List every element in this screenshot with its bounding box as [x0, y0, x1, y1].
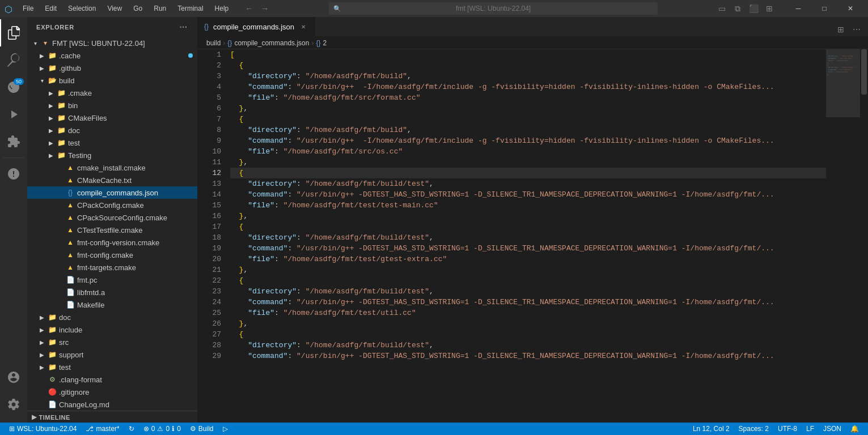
- status-encoding[interactable]: UTF-8: [773, 423, 802, 435]
- breadcrumb-build[interactable]: build: [206, 39, 221, 47]
- activity-settings[interactable]: [0, 391, 27, 418]
- tree-item-include[interactable]: ▶ 📁 include: [27, 323, 197, 336]
- tree-item-github[interactable]: ▶ 📁 .github: [27, 62, 197, 74]
- menu-terminal[interactable]: Terminal: [173, 3, 208, 14]
- status-notifications[interactable]: 🔔: [846, 423, 863, 435]
- tree-item-clang-format[interactable]: ▶ ⚙ .clang-format: [27, 373, 197, 386]
- tree-item-build[interactable]: ▾ 📂 build: [27, 74, 197, 87]
- status-remote[interactable]: ⊞ WSL: Ubuntu-22.04: [5, 423, 81, 435]
- changelog-icon: 📄: [48, 400, 57, 409]
- minimap[interactable]: [ { "directory": "/home/asdfg...", "comm…: [826, 49, 860, 423]
- activity-search[interactable]: [0, 46, 27, 74]
- activity-run-debug[interactable]: [0, 101, 27, 128]
- tree-item-libfmtd[interactable]: ▶ 📄 libfmtd.a: [27, 286, 197, 298]
- tab-compile-commands[interactable]: {} compile_commands.json ✕: [197, 17, 315, 36]
- status-branch[interactable]: ⎇ master*: [81, 423, 124, 435]
- layout-icon[interactable]: ▭: [715, 2, 729, 15]
- tree-item-test[interactable]: ▶ 📁 test: [27, 361, 197, 373]
- tree-item-fmt-config-version[interactable]: ▶ ▲ fmt-config-version.cmake: [27, 236, 197, 249]
- tree-item-cache[interactable]: ▶ 📁 .cache: [27, 49, 197, 62]
- customize-layout-icon[interactable]: ⊞: [763, 2, 776, 15]
- new-file-button[interactable]: ⋯: [178, 22, 188, 32]
- panel-layout-icon[interactable]: ⬛: [747, 2, 760, 15]
- scrollbar-thumb[interactable]: [861, 49, 867, 95]
- close-button[interactable]: ✕: [837, 0, 863, 17]
- breadcrumb-file[interactable]: {}compile_commands.json: [227, 39, 309, 47]
- nav-back-button[interactable]: ←: [242, 2, 256, 15]
- split-layout-icon[interactable]: ⧉: [731, 2, 744, 15]
- code-line-22: {: [230, 275, 826, 286]
- tree-item-makefile[interactable]: ▶ 📄 Makefile: [27, 298, 197, 311]
- menu-help[interactable]: Help: [210, 3, 234, 14]
- tree-item-dotcmake[interactable]: ▶ 📁 .cmake: [27, 87, 197, 99]
- timeline-arrow: ▶: [32, 413, 37, 421]
- search-input[interactable]: [329, 2, 658, 15]
- activity-extensions[interactable]: [0, 128, 27, 155]
- tree-root[interactable]: ▾ ▾ FMT [WSL: UBUNTU-22.04]: [27, 37, 197, 49]
- line-num-1: 1: [202, 49, 221, 60]
- tree-item-cmake-install[interactable]: ▶ ▲ cmake_install.cmake: [27, 161, 197, 174]
- tree-item-bin[interactable]: ▶ 📁 bin: [27, 99, 197, 112]
- breadcrumb-element[interactable]: {}2: [316, 39, 327, 47]
- activity-source-control[interactable]: 50: [0, 74, 27, 101]
- status-eol[interactable]: LF: [802, 423, 819, 435]
- code-line-7: {: [230, 114, 826, 125]
- tree-item-fmt-config[interactable]: ▶ ▲ fmt-config.cmake: [27, 249, 197, 261]
- line-num-3: 3: [202, 71, 221, 82]
- status-errors[interactable]: ⊗ 0 ⚠ 0 ℹ 0: [139, 423, 185, 435]
- tree-item-testing[interactable]: ▶ 📁 Testing: [27, 149, 197, 161]
- status-build[interactable]: ⚙ Build: [185, 423, 218, 435]
- tree-item-ctestfile[interactable]: ▶ ▲ CTestTestfile.cmake: [27, 224, 197, 236]
- code-line-6: },: [230, 103, 826, 114]
- status-spaces[interactable]: Spaces: 2: [734, 423, 773, 435]
- tree-item-gitignore[interactable]: ▶ 🔴 .gitignore: [27, 386, 197, 398]
- maximize-button[interactable]: □: [811, 0, 837, 17]
- menu-selection[interactable]: Selection: [63, 3, 100, 14]
- split-editor-button[interactable]: ⊞: [834, 23, 848, 36]
- menu-go[interactable]: Go: [129, 3, 147, 14]
- tab-close-compile-commands[interactable]: ✕: [299, 22, 308, 31]
- tree-item-doc-build[interactable]: ▶ 📁 doc: [27, 124, 197, 137]
- line-num-9: 9: [202, 135, 221, 146]
- code-content[interactable]: [ { "directory": "/home/asdfg/fmt/build"…: [226, 49, 826, 423]
- status-sync[interactable]: ↻: [124, 423, 139, 435]
- tree-item-cmakefiles[interactable]: ▶ 📁 CMakeFiles: [27, 112, 197, 124]
- menu-run[interactable]: Run: [149, 3, 171, 14]
- cache-arrow: ▶: [39, 53, 45, 59]
- tree-item-cpackconfig[interactable]: ▶ ▲ CPackConfig.cmake: [27, 199, 197, 211]
- cache-label: .cache: [59, 52, 81, 60]
- tree-item-doc[interactable]: ▶ 📁 doc: [27, 311, 197, 323]
- vertical-scrollbar[interactable]: [860, 49, 868, 423]
- menu-file[interactable]: File: [18, 3, 38, 14]
- menu-edit[interactable]: Edit: [40, 3, 61, 14]
- timeline-section[interactable]: ▶ TIMELINE: [27, 411, 197, 423]
- code-line-18: "directory": "/home/asdfg/fmt/build/test…: [230, 232, 826, 243]
- fmt-targets-icon: ▲: [66, 263, 75, 272]
- tree-item-fmt-targets[interactable]: ▶ ▲ fmt-targets.cmake: [27, 261, 197, 274]
- status-language[interactable]: JSON: [819, 423, 846, 435]
- dotcmake-folder-icon: 📁: [57, 88, 66, 97]
- activity-explorer[interactable]: [0, 19, 27, 46]
- cpackconfig-icon: ▲: [66, 201, 75, 210]
- tree-item-changelog[interactable]: ▶ 📄 ChangeLog.md: [27, 398, 197, 411]
- src-folder-icon: 📁: [48, 338, 57, 347]
- more-tab-actions-button[interactable]: ⋯: [850, 23, 863, 36]
- tree-item-support[interactable]: ▶ 📁 support: [27, 348, 197, 361]
- remote-label: WSL: Ubuntu-22.04: [17, 425, 77, 433]
- activity-account[interactable]: [0, 364, 27, 391]
- status-position[interactable]: Ln 12, Col 2: [688, 423, 734, 435]
- tree-item-cmakecache[interactable]: ▶ ▲ CMakeCache.txt: [27, 174, 197, 186]
- minimize-button[interactable]: ─: [785, 0, 811, 17]
- tree-item-src[interactable]: ▶ 📁 src: [27, 336, 197, 348]
- menu-view[interactable]: View: [103, 3, 126, 14]
- tree-item-compile-commands[interactable]: ▶ {} compile_commands.json: [27, 186, 197, 199]
- code-line-19: "command": "/usr/bin/g++ -DGTEST_HAS_STD…: [230, 243, 826, 254]
- tree-item-fmtpc[interactable]: ▶ 📄 fmt.pc: [27, 274, 197, 286]
- status-run[interactable]: ▷: [218, 423, 232, 435]
- activity-problems[interactable]: [0, 160, 27, 187]
- tree-item-test-build[interactable]: ▶ 📁 test: [27, 137, 197, 149]
- line-num-20: 20: [202, 254, 221, 265]
- nav-forward-button[interactable]: →: [258, 2, 272, 15]
- tree-item-cpacksource[interactable]: ▶ ▲ CPackSourceConfig.cmake: [27, 211, 197, 224]
- line-num-16: 16: [202, 211, 221, 221]
